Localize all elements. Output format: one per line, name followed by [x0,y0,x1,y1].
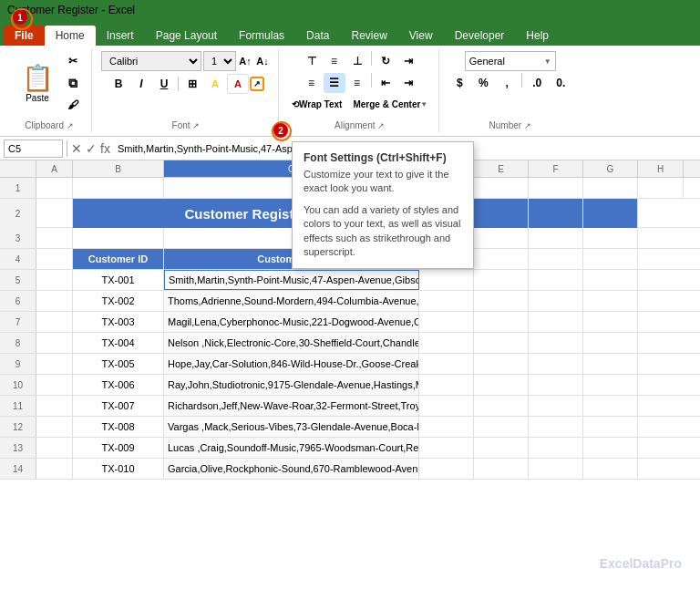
cell-D10[interactable] [419,375,474,395]
cell-F11[interactable] [529,396,583,416]
cell-A7[interactable] [36,312,73,332]
cell-E13[interactable] [474,438,529,458]
cell-E4[interactable] [474,249,529,269]
cell-B3[interactable] [73,228,164,248]
cell-G14[interactable] [583,459,638,479]
align-right-button[interactable]: ≡ [346,73,368,93]
currency-button[interactable]: $ [448,73,470,93]
cell-B1[interactable] [73,178,164,198]
cell-G6[interactable] [583,291,638,311]
insert-function-icon[interactable]: fx [100,141,110,156]
cell-F14[interactable] [529,459,583,479]
comma-button[interactable]: , [496,73,518,93]
cell-B11-id[interactable]: TX-007 [73,396,164,416]
bold-button[interactable]: B [108,74,129,94]
tab-data[interactable]: Data [295,26,340,46]
tab-formulas[interactable]: Formulas [228,26,295,46]
cell-B5-id[interactable]: TX-001 [73,270,164,290]
cell-F4[interactable] [529,249,583,269]
cell-E6[interactable] [474,291,529,311]
cell-C14-info[interactable]: Garcia,Olive,Rockphonic-Sound,670-Ramble… [164,459,419,479]
cell-D7[interactable] [419,312,474,332]
cell-F7[interactable] [529,312,583,332]
cell-G5[interactable] [583,270,638,290]
cell-A4[interactable] [36,249,73,269]
paste-button[interactable]: 📋 Paste [15,57,60,108]
cell-B7-id[interactable]: TX-003 [73,312,164,332]
cell-E9[interactable] [474,354,529,374]
cell-G12[interactable] [583,417,638,437]
tab-review[interactable]: Review [340,26,397,46]
cell-E10[interactable] [474,375,529,395]
tab-page-layout[interactable]: Page Layout [145,26,228,46]
cell-E7[interactable] [474,312,529,332]
cell-G3[interactable] [583,228,638,248]
cell-D12[interactable] [419,417,474,437]
col-header-H[interactable]: H [638,160,684,177]
decrease-indent-button[interactable]: ⇤ [375,73,396,93]
cell-A13[interactable] [36,438,73,458]
cell-D13[interactable] [419,438,474,458]
cell-C11-info[interactable]: Richardson,Jeff,New-Wave-Roar,32-Fermont… [164,396,419,416]
cell-C8-info[interactable]: Nelson ,Nick,Electronic-Core,30-Sheffiel… [164,333,419,353]
cell-G13[interactable] [583,438,638,458]
cell-A2[interactable] [36,199,73,228]
cell-G1[interactable] [583,178,638,198]
font-name-select[interactable]: Calibri [101,51,201,71]
merge-center-button[interactable]: Merge & Center ▼ [349,95,431,113]
cell-F12[interactable] [529,417,583,437]
font-color-button[interactable]: A [227,74,249,94]
text-direction-button[interactable]: ↻ [375,51,396,71]
cancel-formula-icon[interactable]: ✕ [71,141,82,156]
tab-view[interactable]: View [398,26,444,46]
cell-D14[interactable] [419,459,474,479]
cell-D5[interactable] [419,270,474,290]
cell-E3[interactable] [474,228,529,248]
align-top-button[interactable]: ⊤ [301,51,323,71]
font-increase-button[interactable]: A↑ [237,53,253,69]
cell-B12-id[interactable]: TX-008 [73,417,164,437]
font-size-select[interactable]: 11 [203,51,236,71]
underline-button[interactable]: U [153,74,175,94]
cell-E14[interactable] [474,459,529,479]
cell-F3[interactable] [529,228,583,248]
cell-C5-info[interactable]: Smith,Martin,Synth-Point-Music,47-Aspen-… [164,270,419,290]
number-format-select[interactable]: General ▼ [465,51,556,71]
confirm-formula-icon[interactable]: ✓ [86,141,97,156]
cell-A6[interactable] [36,291,73,311]
cell-C7-info[interactable]: Magil,Lena,Cyberphonoc-Music,221-Dogwood… [164,312,419,332]
cell-E12[interactable] [474,417,529,437]
indent-button[interactable]: ⇥ [397,51,419,71]
cell-G4[interactable] [583,249,638,269]
cell-F2[interactable] [529,199,583,228]
tab-home[interactable]: Home [45,26,96,46]
cell-G11[interactable] [583,396,638,416]
font-decrease-button[interactable]: A↓ [254,53,271,69]
cell-A11[interactable] [36,396,73,416]
cut-button[interactable]: ✂ [62,51,84,71]
cell-D9[interactable] [419,354,474,374]
cell-reference-box[interactable]: C5 [4,140,63,158]
cell-F9[interactable] [529,354,583,374]
cell-E8[interactable] [474,333,529,353]
cell-E1[interactable] [474,178,529,198]
col-header-G[interactable]: G [583,160,638,177]
cell-G9[interactable] [583,354,638,374]
cell-A5[interactable] [36,270,73,290]
align-bottom-button[interactable]: ⊥ [346,51,368,71]
cell-D11[interactable] [419,396,474,416]
cell-F8[interactable] [529,333,583,353]
cell-C12-info[interactable]: Vargas ,Mack,Serious-Vibes,73-Glendale-A… [164,417,419,437]
cell-F13[interactable] [529,438,583,458]
cell-H1[interactable] [638,178,684,198]
borders-button[interactable]: ⊞ [181,74,203,94]
cell-A1[interactable] [36,178,73,198]
increase-indent-button[interactable]: ⇥ [397,73,419,93]
cell-A14[interactable] [36,459,73,479]
cell-C10-info[interactable]: Ray,John,Studiotronic,9175-Glendale-Aven… [164,375,419,395]
cell-A8[interactable] [36,333,73,353]
tab-help[interactable]: Help [515,26,560,46]
tab-file[interactable]: File [4,26,45,46]
cell-B6-id[interactable]: TX-002 [73,291,164,311]
cell-A9[interactable] [36,354,73,374]
